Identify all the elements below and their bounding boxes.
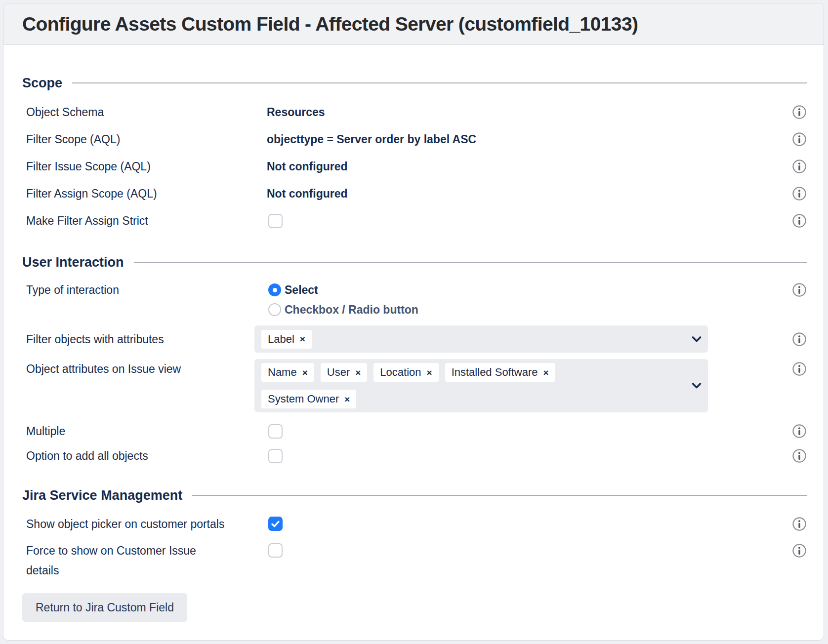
row-object-schema: Object Schema Resources — [22, 105, 807, 120]
section-heading-jira-service-management: Jira Service Management — [22, 487, 807, 504]
force-to-show-label: Force to show on Customer Issue details — [22, 541, 229, 580]
info-icon[interactable] — [792, 448, 807, 463]
info-icon[interactable] — [792, 332, 807, 347]
row-object-attributes-on-issue-view: Object attributes on Issue view Name × U… — [22, 359, 807, 412]
issue-view-attributes-multiselect[interactable]: Name × User × Location × Installed Softw… — [254, 359, 708, 412]
info-icon[interactable] — [792, 543, 807, 558]
row-type-of-interaction: Type of interaction Select Checkbox / Ra… — [22, 282, 807, 317]
tag-text: Name — [268, 366, 297, 379]
filter-assign-scope-label: Filter Assign Scope (AQL) — [22, 186, 267, 201]
type-of-interaction-label: Type of interaction — [22, 282, 267, 297]
object-schema-label: Object Schema — [22, 105, 267, 120]
row-filter-objects-with-attributes: Filter objects with attributes Label × — [22, 325, 807, 353]
section-heading-user-interaction: User Interaction — [22, 254, 807, 271]
remove-tag-icon[interactable]: × — [300, 334, 305, 344]
row-filter-scope: Filter Scope (AQL) objecttype = Server o… — [22, 132, 807, 147]
jsm-heading-label: Jira Service Management — [22, 487, 182, 504]
tag-name: Name × — [261, 363, 314, 382]
row-option-to-add-all-objects: Option to add all objects — [22, 448, 807, 463]
radio-selected-icon[interactable] — [268, 283, 281, 296]
info-icon[interactable] — [792, 362, 807, 376]
tag-installed-software: Installed Software × — [445, 363, 555, 382]
filter-issue-scope-label: Filter Issue Scope (AQL) — [22, 159, 267, 174]
info-icon[interactable] — [792, 186, 807, 201]
tag-label: Label × — [261, 330, 312, 349]
remove-tag-icon[interactable]: × — [543, 368, 549, 377]
filter-scope-label: Filter Scope (AQL) — [22, 132, 267, 147]
row-filter-assign-scope: Filter Assign Scope (AQL) Not configured — [22, 186, 807, 201]
tag-text: User — [327, 366, 350, 379]
row-force-to-show: Force to show on Customer Issue details — [22, 541, 807, 580]
section-divider — [134, 262, 807, 263]
object-schema-value: Resources — [267, 105, 325, 120]
page-title: Configure Assets Custom Field - Affected… — [22, 13, 638, 35]
show-object-picker-label: Show object picker on customer portals — [22, 514, 229, 534]
row-make-filter-assign-strict: Make Filter Assign Strict — [22, 213, 807, 228]
filter-objects-with-attributes-label: Filter objects with attributes — [22, 332, 254, 347]
filter-attributes-multiselect[interactable]: Label × — [254, 325, 708, 353]
scope-heading-label: Scope — [22, 75, 62, 91]
type-of-interaction-radio-group: Select Checkbox / Radio button — [267, 282, 418, 317]
radio-option-checkbox-radio-label: Checkbox / Radio button — [285, 302, 418, 317]
row-filter-issue-scope: Filter Issue Scope (AQL) Not configured — [22, 159, 807, 174]
make-filter-assign-strict-checkbox[interactable] — [268, 214, 283, 228]
user-interaction-heading-label: User Interaction — [22, 254, 124, 271]
info-icon[interactable] — [792, 213, 807, 228]
row-show-object-picker: Show object picker on customer portals — [22, 514, 807, 534]
info-icon[interactable] — [792, 424, 807, 439]
remove-tag-icon[interactable]: × — [344, 395, 350, 404]
filter-scope-value: objecttype = Server order by label ASC — [267, 132, 476, 147]
tag-system-owner: System Owner × — [261, 390, 356, 408]
tag-text: Location — [380, 366, 421, 379]
info-icon[interactable] — [792, 105, 807, 120]
tag-text: Label — [268, 333, 294, 346]
tag-text: System Owner — [268, 393, 339, 405]
chevron-down-icon[interactable] — [691, 380, 703, 391]
object-attributes-on-issue-view-label: Object attributes on Issue view — [22, 359, 254, 376]
show-object-picker-checkbox[interactable] — [268, 517, 283, 531]
remove-tag-icon[interactable]: × — [302, 368, 308, 377]
page-header: Configure Assets Custom Field - Affected… — [3, 3, 824, 45]
option-to-add-all-objects-checkbox[interactable] — [268, 449, 283, 463]
section-divider — [192, 495, 807, 496]
info-icon[interactable] — [792, 282, 807, 297]
info-icon[interactable] — [792, 159, 807, 174]
filter-assign-scope-value: Not configured — [267, 186, 348, 201]
make-filter-assign-strict-label: Make Filter Assign Strict — [22, 213, 267, 228]
tag-location: Location × — [373, 363, 438, 382]
info-icon[interactable] — [792, 132, 807, 147]
return-to-jira-custom-field-button[interactable]: Return to Jira Custom Field — [22, 593, 187, 622]
row-footer-actions: Return to Jira Custom Field — [22, 593, 807, 622]
remove-tag-icon[interactable]: × — [427, 368, 432, 377]
tag-user: User × — [321, 363, 368, 382]
filter-issue-scope-value: Not configured — [267, 159, 348, 174]
radio-option-select-label: Select — [285, 282, 318, 297]
info-icon[interactable] — [792, 517, 807, 531]
option-to-add-all-objects-label: Option to add all objects — [22, 448, 267, 463]
section-heading-scope: Scope — [22, 75, 807, 91]
remove-tag-icon[interactable]: × — [355, 368, 361, 377]
radio-unselected-icon[interactable] — [268, 303, 281, 316]
force-to-show-checkbox[interactable] — [268, 543, 283, 558]
row-multiple: Multiple — [22, 424, 807, 439]
configure-assets-custom-field-panel: Configure Assets Custom Field - Affected… — [3, 3, 824, 641]
radio-option-checkbox-radio[interactable]: Checkbox / Radio button — [268, 302, 418, 317]
radio-option-select[interactable]: Select — [268, 282, 418, 297]
tag-text: Installed Software — [452, 366, 538, 379]
multiple-checkbox[interactable] — [268, 424, 283, 439]
section-divider — [72, 82, 807, 83]
multiple-label: Multiple — [22, 424, 267, 439]
page-body: Scope Object Schema Resources Filter Sco… — [3, 75, 824, 622]
chevron-down-icon[interactable] — [691, 334, 703, 345]
